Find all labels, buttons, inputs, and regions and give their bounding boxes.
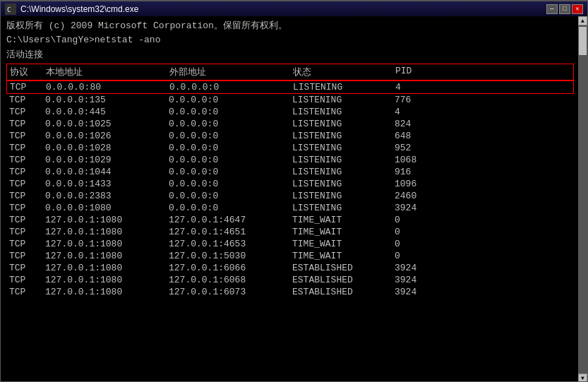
command-line: C:\Users\TangYe>netstat -ano [6, 35, 574, 45]
cell-0: TCP [6, 227, 45, 237]
cell-0: TCP [6, 191, 45, 201]
cell-0: TCP [6, 263, 45, 273]
cell-0: TCP [6, 179, 45, 189]
table-row: TCP127.0.0.1:1080127.0.0.1:6066ESTABLISH… [6, 262, 574, 274]
cell-3: TIME_WAIT [292, 227, 395, 237]
title-bar: C C:\Windows\system32\cmd.exe ─ □ ✕ [1, 1, 587, 16]
cell-4: 1096 [395, 179, 451, 189]
table-row: TCP127.0.0.1:1080127.0.0.1:4647TIME_WAIT… [6, 214, 574, 226]
cell-1: 127.0.0.1:1080 [45, 251, 169, 261]
table-row: TCP127.0.0.1:1080127.0.0.1:6068ESTABLISH… [6, 274, 574, 286]
cell-4: 824 [395, 119, 451, 129]
table-row: TCP0.0.0.0:10800.0.0.0:0LISTENING3924 [6, 202, 574, 214]
scrollbar-thumb[interactable] [579, 27, 587, 55]
cell-1: 0.0.0.0:1025 [45, 119, 169, 129]
cmd-icon: C [5, 4, 16, 15]
cmd-window: C C:\Windows\system32\cmd.exe ─ □ ✕ ▲ ▼ … [0, 0, 588, 382]
cell-0: TCP [6, 203, 45, 213]
col-header-foreign: 外部地址 [169, 66, 293, 78]
cell-0: TCP [6, 107, 45, 117]
cell-4: 0 [395, 227, 451, 237]
cell-0: TCP [6, 95, 45, 105]
cell-2: 0.0.0.0:0 [169, 143, 292, 153]
cell-4: 0 [395, 239, 451, 249]
table-row: TCP0.0.0.0:14330.0.0.0:0LISTENING1096 [6, 178, 574, 190]
table-row: TCP127.0.0.1:1080127.0.0.1:6073ESTABLISH… [6, 286, 574, 298]
content-area: 版权所有 (c) 2009 Microsoft Corporation。保留所有… [1, 16, 580, 301]
cell-3: TIME_WAIT [292, 239, 395, 249]
table-row: TCP0.0.0.0:10440.0.0.0:0LISTENING916 [6, 166, 574, 178]
title-bar-left: C C:\Windows\system32\cmd.exe [5, 4, 138, 15]
table-row: TCP0.0.0.0:23830.0.0.0:0LISTENING2460 [6, 190, 574, 202]
scroll-up-button[interactable]: ▲ [578, 16, 587, 25]
cell-1: 0.0.0.0:1080 [45, 203, 169, 213]
cell-2: 0.0.0.0:0 [169, 179, 292, 189]
netstat-table: 协议 本地地址 外部地址 状态 PID TCP0.0.0.0:800.0.0.0… [6, 64, 574, 298]
cell-2: 0.0.0.0:0 [169, 155, 292, 165]
cell-3: LISTENING [292, 167, 395, 177]
cell-2: 127.0.0.1:4651 [169, 227, 292, 237]
cell-2: 0.0.0.0:0 [169, 119, 292, 129]
cell-1: 0.0.0.0:1029 [45, 155, 169, 165]
scrollbar-track[interactable] [578, 25, 587, 374]
col-header-proto: 协议 [7, 66, 46, 78]
cell-3: LISTENING [292, 155, 395, 165]
cell-3: LISTENING [292, 95, 395, 105]
cell-0: TCP [6, 287, 45, 297]
close-button[interactable]: ✕ [572, 4, 583, 14]
cell-4: 2460 [395, 191, 451, 201]
col-header-pid: PID [395, 66, 452, 78]
cell-2: 0.0.0.0:0 [169, 167, 292, 177]
cell-2: 127.0.0.1:6073 [169, 287, 292, 297]
svg-text:C: C [7, 6, 11, 13]
cell-1: 127.0.0.1:1080 [45, 215, 169, 225]
cell-4: 3924 [395, 203, 451, 213]
cell-3: TIME_WAIT [292, 215, 395, 225]
minimize-button[interactable]: ─ [546, 4, 558, 14]
col-header-state: 状态 [293, 66, 395, 78]
vertical-scrollbar[interactable]: ▲ ▼ [578, 16, 587, 382]
cell-3: TIME_WAIT [292, 251, 395, 261]
cell-1: 127.0.0.1:1080 [45, 275, 169, 285]
cell-0: TCP [6, 167, 45, 177]
cell-0: TCP [6, 239, 45, 249]
cell-3: LISTENING [292, 131, 395, 141]
cell-0: TCP [7, 82, 46, 92]
cell-1: 0.0.0.0:1028 [45, 143, 169, 153]
scroll-down-button[interactable]: ▼ [578, 374, 587, 382]
cell-4: 952 [395, 143, 451, 153]
cell-4: 4 [395, 107, 451, 117]
cell-4: 916 [395, 167, 451, 177]
cell-3: LISTENING [292, 191, 395, 201]
cell-1: 127.0.0.1:1080 [45, 227, 169, 237]
cell-1: 0.0.0.0:80 [46, 82, 169, 92]
cell-2: 0.0.0.0:0 [169, 191, 292, 201]
maximize-button[interactable]: □ [559, 4, 570, 14]
cell-2: 0.0.0.0:0 [169, 131, 292, 141]
cell-2: 0.0.0.0:0 [169, 95, 292, 105]
cell-2: 0.0.0.0:0 [169, 203, 292, 213]
table-row: TCP0.0.0.0:10290.0.0.0:0LISTENING1068 [6, 154, 574, 166]
cell-3: ESTABLISHED [292, 263, 395, 273]
window-title: C:\Windows\system32\cmd.exe [20, 4, 138, 14]
cell-1: 127.0.0.1:1080 [45, 263, 169, 273]
cell-0: TCP [6, 131, 45, 141]
cell-4: 0 [395, 251, 451, 261]
cell-4: 3924 [395, 275, 451, 285]
cell-3: LISTENING [292, 107, 395, 117]
col-header-local: 本地地址 [46, 66, 169, 78]
cell-2: 127.0.0.1:5030 [169, 251, 292, 261]
table-row: TCP127.0.0.1:1080127.0.0.1:4651TIME_WAIT… [6, 226, 574, 238]
copyright-line: 版权所有 (c) 2009 Microsoft Corporation。保留所有… [6, 19, 574, 32]
table-row: TCP0.0.0.0:10250.0.0.0:0LISTENING824 [6, 118, 574, 130]
cell-1: 0.0.0.0:2383 [45, 191, 169, 201]
cell-1: 0.0.0.0:445 [45, 107, 169, 117]
table-header: 协议 本地地址 外部地址 状态 PID [6, 64, 574, 80]
window-controls[interactable]: ─ □ ✕ [546, 4, 583, 14]
table-row: TCP0.0.0.0:800.0.0.0:0LISTENING4 [6, 80, 574, 94]
table-row: TCP0.0.0.0:10280.0.0.0:0LISTENING952 [6, 142, 574, 154]
cell-3: LISTENING [292, 119, 395, 129]
table-row: TCP0.0.0.0:1350.0.0.0:0LISTENING776 [6, 94, 574, 106]
cell-2: 0.0.0.0:0 [169, 82, 293, 92]
table-body: TCP0.0.0.0:800.0.0.0:0LISTENING4TCP0.0.0… [6, 80, 574, 298]
